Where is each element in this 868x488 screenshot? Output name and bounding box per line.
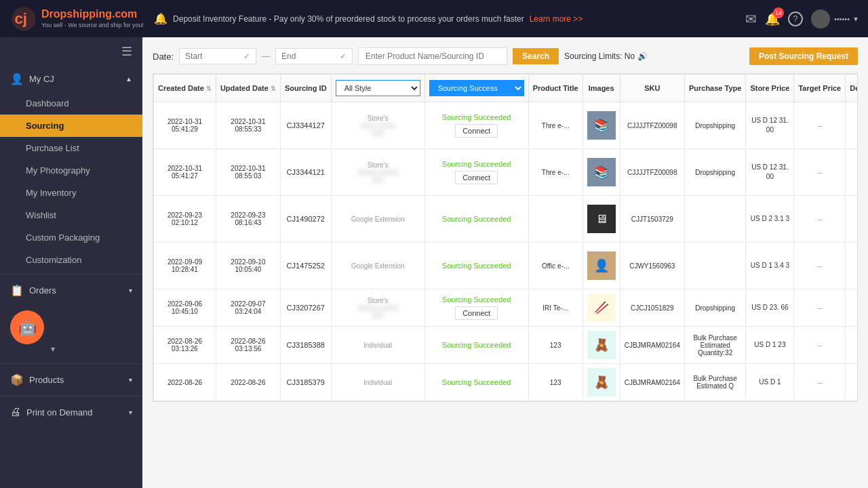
store-cell: Store's •••••••• •••••••• ••••• [331, 149, 425, 196]
sourcing-status-select[interactable]: Sourcing Success Sourcing Failed Sourcin… [429, 80, 524, 96]
notification-bell-icon[interactable]: 🔔 14 [765, 12, 780, 26]
product-thumbnail: 📚 [587, 158, 616, 186]
table-body: 2022-10-31 05:41:29 2022-10-31 08:55:33 … [154, 102, 859, 401]
sourcing-table: Created Date ⇅ Updated Date ⇅ Sourcing I… [153, 73, 858, 402]
end-date-check-icon: ✓ [340, 52, 347, 61]
table-row: 2022-09-09 10:28:41 2022-09-10 10:05:40 … [154, 243, 859, 289]
user-chevron-icon: ▾ [854, 14, 858, 24]
target-price-cell: -- [794, 149, 846, 196]
table-row: 2022-08-26 2022-08-26 CJ3185379 Individu… [154, 364, 859, 401]
purchase-type-cell: Bulk Purchase Estimated Quantity:32 [684, 327, 745, 364]
sourcing-limits: Sourcing Limits: No 🔊 [564, 52, 648, 61]
sidebar-item-sourcing[interactable]: Sourcing [0, 115, 142, 137]
description-cell: -- [846, 364, 858, 401]
store-price-cell: US D 1 3.4 3 [746, 243, 794, 289]
sidebar-group-print-on-demand[interactable]: 🖨 Print on Demand ▾ [0, 399, 142, 425]
created-date-cell: 2022-09-09 10:28:41 [154, 243, 216, 289]
sourcing-status-text: Sourcing Succeeded [429, 341, 524, 349]
image-cell: 🧸 [583, 364, 620, 401]
purchase-type-cell: Dropshipping [684, 102, 745, 149]
search-input[interactable] [358, 47, 507, 65]
table-row: 2022-10-31 05:41:27 2022-10-31 08:55:03 … [154, 149, 859, 196]
product-title-cell: IRI Te-... [528, 289, 583, 327]
created-date-cell: 2022-08-26 [154, 364, 216, 401]
th-target-price: Target Price [794, 75, 846, 102]
chat-chevron-icon: ▾ [51, 344, 55, 354]
sort-arrows-updated[interactable]: ⇅ [271, 85, 276, 92]
chat-bubble[interactable]: 🤖 [10, 310, 44, 344]
sourcing-id-cell: CJ3207267 [280, 289, 331, 327]
post-sourcing-request-button[interactable]: Post Sourcing Request [749, 47, 858, 65]
description-cell: -- [846, 327, 858, 364]
sidebar-item-purchase-list[interactable]: Purchase List [0, 137, 142, 159]
description-cell: -- [846, 289, 858, 327]
image-cell: 🖥 [583, 196, 620, 243]
product-thumbnail: 🥢 [587, 293, 616, 322]
store-name: Individual [336, 342, 420, 349]
status-cell: Sourcing Succeeded [425, 243, 528, 289]
mail-icon[interactable]: ✉ [745, 11, 757, 27]
learn-more-link[interactable]: Learn more >> [530, 14, 583, 24]
purchase-type-cell: Bulk Purchase Estimated Q [684, 364, 745, 401]
product-thumbnail: 🖥 [587, 205, 616, 233]
sourcing-limits-sound-icon: 🔊 [637, 52, 648, 61]
sidebar-group-orders[interactable]: 📋 Orders ▾ [0, 277, 142, 304]
user-avatar-area[interactable]: •••••• ▾ [811, 9, 858, 28]
store-cell: Google Extension [331, 243, 425, 289]
sourcing-status-text: Sourcing Succeeded [429, 296, 524, 304]
sidebar-menu-toggle[interactable]: ☰ [0, 37, 142, 66]
connect-button[interactable]: Connect [455, 306, 498, 320]
sidebar-divider-1 [0, 274, 142, 274]
print-on-demand-icon: 🖨 [10, 406, 21, 418]
image-cell: 🧸 [583, 327, 620, 364]
store-cell: Individual [331, 327, 425, 364]
announcement-bar: 🔔 Deposit Inventory Feature - Pay only 3… [154, 12, 735, 25]
start-date-field[interactable] [185, 52, 239, 61]
toolbar: Date: ✓ — ✓ Search Sourcing Limits: No 🔊 [153, 47, 858, 65]
created-date-cell: 2022-09-06 10:45:10 [154, 289, 216, 327]
product-thumbnail: 📚 [587, 111, 616, 140]
products-icon: 📦 [10, 373, 24, 386]
sort-arrows-created[interactable]: ⇅ [206, 85, 212, 92]
end-date-input[interactable]: ✓ [275, 48, 353, 64]
toolbar-right: Post Sourcing Request [749, 47, 858, 65]
chat-bubble-area[interactable]: 🤖 ▾ [0, 304, 142, 361]
created-date-cell: 2022-10-31 05:41:27 [154, 149, 216, 196]
target-price-cell: -- [794, 102, 846, 149]
store-price-cell: US D 2 3.1 3 [746, 196, 794, 243]
orders-chevron-icon: ▾ [129, 287, 132, 294]
sidebar-item-dashboard[interactable]: Dashboard [0, 92, 142, 115]
sku-cell: CJCJ1051829 [620, 289, 684, 327]
table-row: 2022-09-23 02:10:12 2022-09-23 08:16:43 … [154, 196, 859, 243]
start-date-input[interactable]: ✓ [179, 48, 256, 64]
sidebar-item-custom-packaging[interactable]: Custom Packaging [0, 226, 142, 249]
th-updated-date: Updated Date ⇅ [216, 75, 280, 102]
search-button[interactable]: Search [513, 48, 559, 64]
top-icons: ✉ 🔔 14 ? •••••• ▾ [745, 9, 858, 28]
sidebar-group-my-cj-label: My CJ [29, 74, 120, 84]
connect-button[interactable]: Connect [455, 124, 498, 138]
sidebar-item-my-photography[interactable]: My Photography [0, 159, 142, 182]
all-style-select[interactable]: All Style Store's Google Extension Indiv… [336, 80, 420, 96]
store-price-cell: US D 23. 66 [746, 289, 794, 327]
store-price-cell: US D 12 31. 00 [746, 102, 794, 149]
connect-button[interactable]: Connect [455, 171, 498, 184]
sku-cell: CJJJJTFZ00098 [620, 102, 684, 149]
hamburger-icon: ☰ [121, 44, 132, 59]
sidebar-item-customization[interactable]: Customization [0, 249, 142, 271]
sidebar-group-products[interactable]: 📦 Products ▾ [0, 367, 142, 393]
sidebar-group-my-cj[interactable]: 👤 My CJ ▲ [0, 66, 142, 92]
help-icon[interactable]: ? [788, 12, 803, 26]
image-cell: 📚 [583, 102, 620, 149]
store-name: Store's [336, 297, 420, 304]
image-cell: 📚 [583, 149, 620, 196]
description-cell: -- [846, 243, 858, 289]
sidebar-item-my-inventory[interactable]: My Inventory [0, 182, 142, 204]
th-images: Images [583, 75, 620, 102]
status-cell: Sourcing Succeeded Connect [425, 149, 528, 196]
store-detail-blurred: •••••••• •••••••• [336, 304, 420, 312]
store-detail-blurred: •••••• •••••••• [336, 122, 420, 129]
status-cell: Sourcing Succeeded Connect [425, 102, 528, 149]
end-date-field[interactable] [281, 52, 336, 61]
sidebar-item-wishlist[interactable]: Wishlist [0, 204, 142, 226]
